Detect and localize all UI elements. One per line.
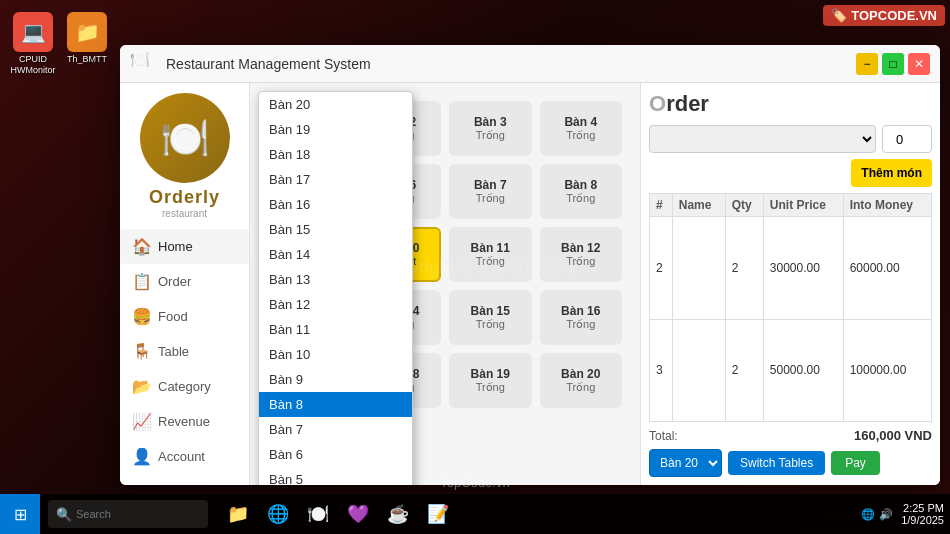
- table-cell-16[interactable]: Bàn 16Trống: [540, 290, 623, 345]
- col-num: #: [650, 194, 673, 217]
- table-dropdown[interactable]: Bàn 20Bàn 19Bàn 18Bàn 17Bàn 16Bàn 15Bàn …: [258, 91, 413, 485]
- time-display: 2:25 PM: [903, 502, 944, 514]
- volume-icon: 🔊: [879, 508, 893, 521]
- dropdown-item[interactable]: Bàn 10: [259, 342, 412, 367]
- brand-sub: restaurant: [162, 208, 207, 219]
- dropdown-item[interactable]: Bàn 11: [259, 317, 412, 342]
- nav-home[interactable]: 🏠 Home: [120, 229, 249, 264]
- nav-order[interactable]: 📋 Order: [120, 264, 249, 299]
- tb-chrome[interactable]: 🌐: [260, 496, 296, 532]
- desktop-icon-cpuid[interactable]: 💻 CPUID HWMonitor: [8, 8, 58, 80]
- order-row-2: 3 2 50000.00 100000.00: [650, 319, 932, 422]
- order-total: 60000.00: [843, 217, 931, 320]
- table-cell-4[interactable]: Bàn 4Trống: [540, 101, 623, 156]
- total-label: Total:: [649, 429, 678, 443]
- table-cell-3[interactable]: Bàn 3Trống: [449, 101, 532, 156]
- table-cell-7[interactable]: Bàn 7Trống: [449, 164, 532, 219]
- tb-restaurant[interactable]: 🍽️: [300, 496, 336, 532]
- dropdown-item[interactable]: Bàn 14: [259, 242, 412, 267]
- desktop-icons-area: 💻 CPUID HWMonitor 📁 Th_BMTT: [8, 8, 118, 80]
- dropdown-item[interactable]: Bàn 8: [259, 392, 412, 417]
- qty-input[interactable]: [882, 125, 932, 153]
- order-qty: 2: [725, 319, 763, 422]
- category-icon: 📂: [132, 377, 152, 396]
- switch-tables-button[interactable]: Switch Tables: [728, 451, 825, 475]
- taskbar-app-icons: 📁 🌐 🍽️ 💜 ☕ 📝: [216, 496, 861, 532]
- table-cell-19[interactable]: Bàn 19Trống: [449, 353, 532, 408]
- order-title: Order: [649, 91, 932, 117]
- food-select[interactable]: [649, 125, 876, 153]
- desktop: 💻 CPUID HWMonitor 📁 Th_BMTT 🏷️ TOPCODE.V…: [0, 0, 950, 534]
- table-select-bottom[interactable]: Bàn 20: [649, 449, 722, 477]
- brand-name: Orderly: [149, 187, 220, 208]
- nav-order-label: Order: [158, 274, 191, 289]
- start-button[interactable]: ⊞: [0, 494, 40, 534]
- revenue-icon: 📈: [132, 412, 152, 431]
- desktop-icon-thbmtt[interactable]: 📁 Th_BMTT: [62, 8, 112, 80]
- table-cell-12[interactable]: Bàn 12Trống: [540, 227, 623, 282]
- tb-java[interactable]: ☕: [380, 496, 416, 532]
- tb-file-explorer[interactable]: 📁: [220, 496, 256, 532]
- tb-word[interactable]: 📝: [420, 496, 456, 532]
- col-total: Into Money: [843, 194, 931, 217]
- maximize-button[interactable]: □: [882, 53, 904, 75]
- home-icon: 🏠: [132, 237, 152, 256]
- network-sys-icon: 🌐: [861, 508, 875, 521]
- order-qty: 2: [725, 217, 763, 320]
- table-cell-15[interactable]: Bàn 15Trống: [449, 290, 532, 345]
- nav-category[interactable]: 📂 Category: [120, 369, 249, 404]
- dropdown-item[interactable]: Bàn 17: [259, 167, 412, 192]
- table-cell-11[interactable]: Bàn 11Trống: [449, 227, 532, 282]
- right-panel: Order Thêm món # Name: [640, 83, 940, 485]
- nav-home-label: Home: [158, 239, 193, 254]
- main-content: Bàn 1TrốngBàn 2TrốngBàn 3TrốngBàn 4Trống…: [250, 83, 640, 485]
- nav-account[interactable]: 👤 Account: [120, 439, 249, 474]
- search-input[interactable]: [76, 508, 196, 520]
- window-title: Restaurant Management System: [166, 56, 856, 72]
- dropdown-item[interactable]: Bàn 19: [259, 117, 412, 142]
- sidebar: 🍽️ Orderly restaurant 🏠 Home 📋 Order 🍔 F…: [120, 83, 250, 485]
- taskbar-sys-icons: 🌐 🔊: [861, 508, 901, 521]
- dropdown-item[interactable]: Bàn 5: [259, 467, 412, 485]
- dropdown-item[interactable]: Bàn 16: [259, 192, 412, 217]
- order-unit-price: 30000.00: [763, 217, 843, 320]
- account-icon: 👤: [132, 447, 152, 466]
- close-button[interactable]: ✕: [908, 53, 930, 75]
- tb-vs[interactable]: 💜: [340, 496, 376, 532]
- dropdown-item[interactable]: Bàn 7: [259, 417, 412, 442]
- table-cell-20[interactable]: Bàn 20Trống: [540, 353, 623, 408]
- nav-revenue[interactable]: 📈 Revenue: [120, 404, 249, 439]
- sidebar-logo: 🍽️: [140, 93, 230, 183]
- pay-button[interactable]: Pay: [831, 451, 880, 475]
- order-name: [672, 319, 725, 422]
- nav-account-label: Account: [158, 449, 205, 464]
- nav-category-label: Category: [158, 379, 211, 394]
- dropdown-item[interactable]: Bàn 15: [259, 217, 412, 242]
- nav-revenue-label: Revenue: [158, 414, 210, 429]
- nav-table-label: Table: [158, 344, 189, 359]
- order-num: 3: [650, 319, 673, 422]
- order-table: # Name Qty Unit Price Into Money 2 2 300…: [649, 193, 932, 422]
- app-window: 🍽️ Restaurant Management System − □ ✕ 🍽️…: [120, 45, 940, 485]
- taskbar-search[interactable]: 🔍: [48, 500, 208, 528]
- dropdown-item[interactable]: Bàn 9: [259, 367, 412, 392]
- minimize-button[interactable]: −: [856, 53, 878, 75]
- dropdown-item[interactable]: Bàn 6: [259, 442, 412, 467]
- col-unit-price: Unit Price: [763, 194, 843, 217]
- table-cell-8[interactable]: Bàn 8Trống: [540, 164, 623, 219]
- dropdown-item[interactable]: Bàn 18: [259, 142, 412, 167]
- col-name: Name: [672, 194, 725, 217]
- top-logo: 🏷️ TOPCODE.VN: [823, 5, 945, 26]
- col-qty: Qty: [725, 194, 763, 217]
- nav-table[interactable]: 🪑 Table: [120, 334, 249, 369]
- order-controls: [649, 125, 932, 153]
- dropdown-item[interactable]: Bàn 20: [259, 92, 412, 117]
- order-total: 100000.00: [843, 319, 931, 422]
- nav-food[interactable]: 🍔 Food: [120, 299, 249, 334]
- dropdown-item[interactable]: Bàn 12: [259, 292, 412, 317]
- dropdown-item[interactable]: Bàn 13: [259, 267, 412, 292]
- app-body: 🍽️ Orderly restaurant 🏠 Home 📋 Order 🍔 F…: [120, 83, 940, 485]
- date-display: 1/9/2025: [901, 514, 944, 526]
- add-item-button[interactable]: Thêm món: [851, 159, 932, 187]
- table-icon: 🪑: [132, 342, 152, 361]
